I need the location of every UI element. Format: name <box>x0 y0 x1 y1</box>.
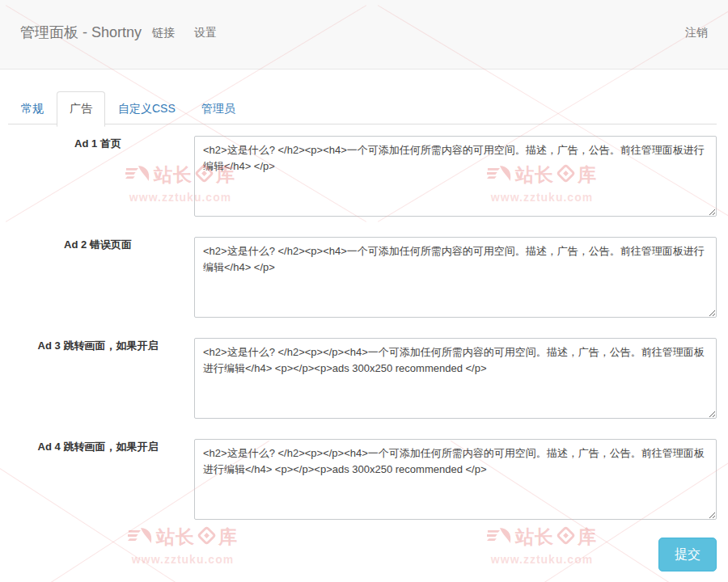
nav-item-links[interactable]: 链接 <box>152 26 175 40</box>
tab-ads[interactable]: 广告 <box>57 91 105 127</box>
ad1-label: Ad 1 首页 <box>20 137 176 150</box>
watermark-url: www.zztuku.com <box>124 553 242 566</box>
ad4-textarea[interactable]: <h2>这是什么? </h2><p></p><h4>一个可添加任何所需内容的可用… <box>194 439 717 520</box>
tab-admin[interactable]: 管理员 <box>188 91 248 125</box>
navbar: 管理面板 - Shortny 链接 设置 注销 <box>0 0 728 70</box>
submit-button[interactable]: 提交 <box>658 538 717 571</box>
zztuku-flame-icon <box>487 527 513 547</box>
watermark-brand-right: 库 <box>578 525 597 550</box>
tab-custom-css[interactable]: 自定义CSS <box>105 91 188 125</box>
nav-item-settings[interactable]: 设置 <box>194 26 217 40</box>
zztuku-flame-icon <box>128 527 154 547</box>
ad4-label: Ad 4 跳转画面，如果开启 <box>20 441 176 453</box>
ad2-label: Ad 2 错误页面 <box>20 238 176 251</box>
zztuku-flame-icon <box>125 165 151 185</box>
watermark: 站长 库 www.zztuku.com <box>124 525 242 566</box>
navbar-brand[interactable]: 管理面板 - Shortny <box>20 23 142 42</box>
watermark-url: www.zztuku.com <box>483 553 601 566</box>
ad2-textarea[interactable]: <h2>这是什么? </h2><p><h4>一个可添加任何所需内容的可用空间。描… <box>194 237 717 318</box>
watermark-brand-left: 站长 <box>515 525 554 550</box>
ad1-textarea[interactable]: <h2>这是什么? </h2><p><h4>一个可添加任何所需内容的可用空间。描… <box>194 136 717 217</box>
watermark-brand-left: 站长 <box>154 162 193 188</box>
tab-general[interactable]: 常规 <box>8 91 57 125</box>
watermark: 站长 库 www.zztuku.com <box>483 525 601 566</box>
watermark-brand-right: 库 <box>218 525 238 550</box>
ad3-label: Ad 3 跳转画面，如果开启 <box>20 340 176 352</box>
logout-link[interactable]: 注销 <box>685 26 708 40</box>
zztuku-diamond-icon <box>557 526 575 548</box>
ad3-textarea[interactable]: <h2>这是什么? </h2><p></p><h4>一个可添加任何所需内容的可用… <box>194 338 717 419</box>
zztuku-diamond-icon <box>197 526 216 548</box>
settings-tab-bar: 常规 广告 自定义CSS 管理员 <box>8 91 717 124</box>
watermark-brand-left: 站长 <box>156 525 195 550</box>
